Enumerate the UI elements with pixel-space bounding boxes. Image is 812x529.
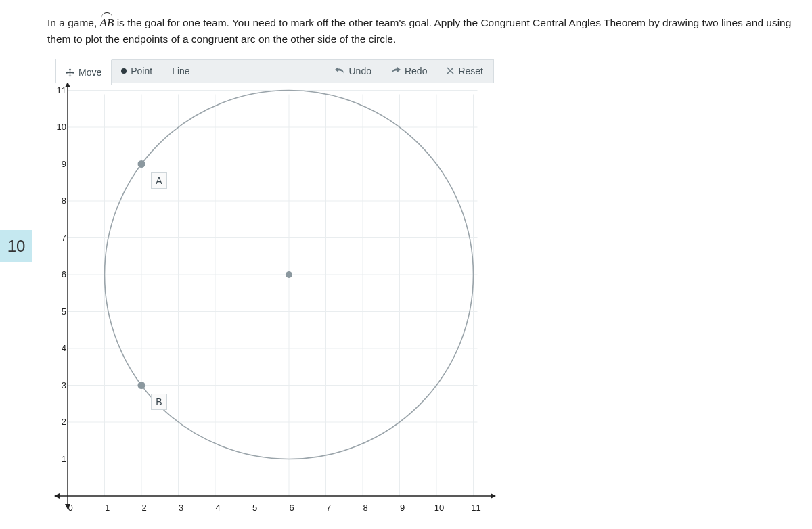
y-tick-label: 2 bbox=[53, 417, 66, 427]
undo-label: Undo bbox=[348, 66, 371, 76]
point-label: Point bbox=[131, 66, 152, 76]
y-tick-label: 1 bbox=[53, 454, 66, 464]
x-tick-label: 5 bbox=[250, 503, 261, 513]
arc-ab: AB bbox=[100, 15, 114, 32]
svg-marker-23 bbox=[491, 493, 496, 499]
redo-icon bbox=[391, 66, 401, 76]
point-label-b[interactable]: B bbox=[151, 394, 167, 410]
x-tick-label: 0 bbox=[65, 503, 76, 513]
y-tick-label: 10 bbox=[53, 122, 66, 132]
x-tick-label: 8 bbox=[360, 503, 371, 513]
plot-svg bbox=[47, 83, 502, 516]
line-tool-button[interactable]: Line bbox=[162, 60, 200, 83]
x-tick-label: 9 bbox=[397, 503, 408, 513]
instr-suffix: is the goal for one team. You need to ma… bbox=[47, 17, 791, 45]
toolbar-spacer bbox=[200, 60, 326, 83]
point-label-a[interactable]: A bbox=[151, 172, 167, 189]
redo-label: Redo bbox=[405, 66, 427, 76]
undo-button[interactable]: Undo bbox=[325, 60, 381, 83]
y-tick-label: 3 bbox=[53, 380, 66, 390]
graph-widget: Move Point Line Undo Redo bbox=[47, 59, 494, 516]
y-tick-label: 8 bbox=[53, 196, 66, 206]
point-tool-button[interactable]: Point bbox=[112, 60, 162, 83]
x-tick-label: 10 bbox=[434, 503, 445, 513]
x-tick-label: 11 bbox=[471, 503, 482, 513]
graph-canvas[interactable]: A B 01234567891011 1234567891011 bbox=[55, 83, 502, 516]
line-label: Line bbox=[172, 66, 189, 76]
x-tick-label: 4 bbox=[212, 503, 223, 513]
undo-icon bbox=[335, 66, 344, 76]
reset-button[interactable]: Reset bbox=[437, 60, 493, 83]
x-tick-label: 3 bbox=[176, 503, 187, 513]
y-tick-label: 11 bbox=[53, 85, 66, 95]
svg-marker-24 bbox=[54, 493, 60, 499]
redo-button[interactable]: Redo bbox=[382, 60, 437, 83]
x-tick-label: 7 bbox=[323, 503, 334, 513]
y-tick-label: 5 bbox=[53, 306, 66, 317]
instructions-text: In a game, AB is the goal for one team. … bbox=[47, 15, 798, 47]
move-icon bbox=[66, 68, 74, 77]
svg-point-31 bbox=[138, 382, 145, 389]
y-tick-label: 7 bbox=[53, 233, 66, 243]
x-tick-label: 1 bbox=[102, 503, 113, 513]
move-tool-button[interactable]: Move bbox=[56, 59, 112, 85]
graph-toolbar: Move Point Line Undo Redo bbox=[55, 59, 494, 83]
svg-point-30 bbox=[138, 160, 145, 168]
question-number-badge: 10 bbox=[0, 230, 32, 262]
svg-point-29 bbox=[286, 271, 292, 278]
instr-prefix: In a game, bbox=[47, 17, 100, 28]
y-tick-label: 6 bbox=[53, 269, 66, 279]
reset-icon bbox=[447, 66, 454, 76]
y-tick-label: 4 bbox=[53, 343, 66, 353]
y-tick-label: 9 bbox=[53, 159, 66, 169]
x-tick-label: 2 bbox=[139, 503, 150, 513]
point-icon bbox=[121, 68, 127, 74]
x-tick-label: 6 bbox=[286, 503, 297, 513]
reset-label: Reset bbox=[458, 66, 483, 76]
move-label: Move bbox=[78, 67, 102, 78]
